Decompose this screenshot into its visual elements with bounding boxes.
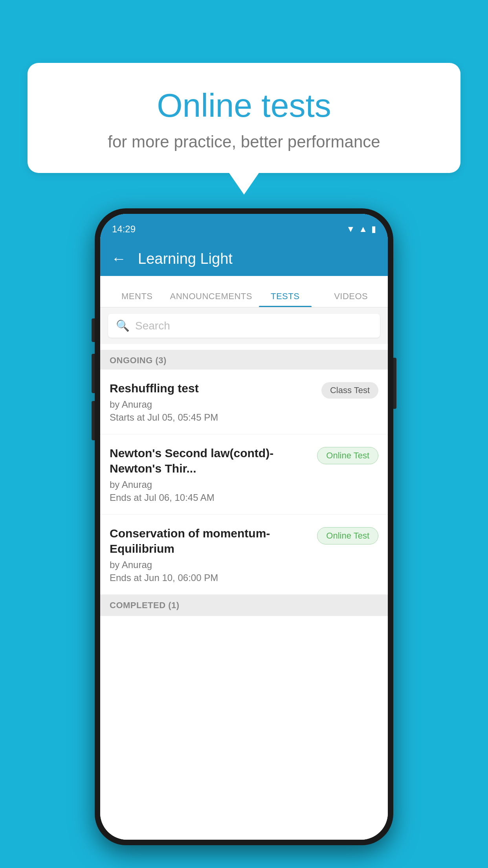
completed-header-text: COMPLETED (1) [110, 600, 180, 610]
test-date-3: Ends at Jun 10, 06:00 PM [110, 572, 309, 583]
volume-down-button [92, 318, 95, 342]
status-icons: ▼ ▲ ▮ [346, 224, 376, 234]
signal-icon: ▲ [359, 224, 367, 234]
status-bar: 14:29 ▼ ▲ ▮ [100, 214, 388, 241]
speech-bubble: Online tests for more practice, better p… [28, 63, 460, 173]
test-info-3: Conservation of momentum-Equilibrium by … [110, 526, 317, 583]
app-bar: ← Learning Light [100, 241, 388, 276]
test-item-3[interactable]: Conservation of momentum-Equilibrium by … [100, 515, 388, 595]
search-icon: 🔍 [116, 319, 130, 332]
app-title: Learning Light [138, 250, 233, 267]
volume-up-button-2 [92, 401, 95, 440]
test-date-1: Starts at Jul 05, 05:45 PM [110, 412, 314, 423]
test-name-3: Conservation of momentum-Equilibrium [110, 526, 309, 556]
status-time: 14:29 [112, 224, 136, 235]
test-item-1[interactable]: Reshuffling test by Anurag Starts at Jul… [100, 370, 388, 434]
power-button [393, 358, 396, 409]
test-author-3: by Anurag [110, 559, 309, 570]
back-button[interactable]: ← [111, 250, 126, 267]
tab-videos[interactable]: VIDEOS [318, 291, 384, 307]
tests-list: Reshuffling test by Anurag Starts at Jul… [100, 370, 388, 840]
tabs-bar: MENTS ANNOUNCEMENTS TESTS VIDEOS [100, 276, 388, 307]
bubble-title: Online tests [47, 86, 441, 125]
test-author-1: by Anurag [110, 399, 314, 410]
search-box[interactable]: 🔍 Search [108, 314, 380, 338]
ongoing-section-header: ONGOING (3) [100, 350, 388, 371]
phone-screen: 14:29 ▼ ▲ ▮ ← Learning Light MENTS ANNOU… [100, 214, 388, 840]
phone-mockup: 14:29 ▼ ▲ ▮ ← Learning Light MENTS ANNOU… [95, 208, 393, 845]
wifi-icon: ▼ [346, 224, 355, 234]
volume-up-button [92, 354, 95, 393]
test-info-2: Newton's Second law(contd)-Newton's Thir… [110, 445, 317, 503]
battery-icon: ▮ [371, 224, 376, 234]
bubble-subtitle: for more practice, better performance [47, 132, 441, 151]
tab-tests[interactable]: TESTS [252, 291, 318, 307]
test-author-2: by Anurag [110, 479, 309, 490]
test-item-2[interactable]: Newton's Second law(contd)-Newton's Thir… [100, 434, 388, 515]
test-info-1: Reshuffling test by Anurag Starts at Jul… [110, 381, 321, 423]
tab-ments[interactable]: MENTS [104, 291, 170, 307]
test-badge-3: Online Test [317, 527, 378, 544]
tab-announcements[interactable]: ANNOUNCEMENTS [170, 291, 252, 307]
test-badge-1: Class Test [321, 382, 378, 399]
test-name-2: Newton's Second law(contd)-Newton's Thir… [110, 445, 309, 476]
ongoing-header-text: ONGOING (3) [110, 355, 167, 365]
search-container: 🔍 Search [100, 307, 388, 344]
phone-frame: 14:29 ▼ ▲ ▮ ← Learning Light MENTS ANNOU… [95, 208, 393, 845]
test-date-2: Ends at Jul 06, 10:45 AM [110, 492, 309, 503]
completed-section-header: COMPLETED (1) [100, 595, 388, 616]
test-name-1: Reshuffling test [110, 381, 314, 396]
test-badge-2: Online Test [317, 447, 378, 464]
search-placeholder: Search [135, 320, 170, 332]
